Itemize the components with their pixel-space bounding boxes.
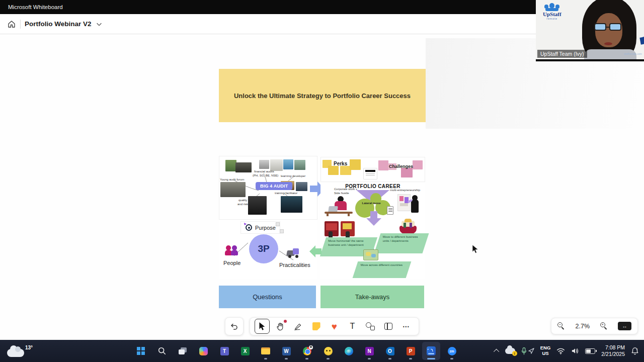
practicalities-label: Practicalities xyxy=(279,262,310,268)
zoom-toolbar: − 2.7% + ↔ xyxy=(551,318,638,334)
excel-button[interactable]: X xyxy=(236,342,254,360)
outlook-button[interactable]: O xyxy=(381,342,399,360)
chevron-down-icon[interactable] xyxy=(96,21,103,28)
perks-label: Perks xyxy=(334,161,347,166)
edge-button[interactable] xyxy=(340,342,358,360)
three-p-node[interactable]: 3P xyxy=(249,234,278,263)
note-tool-button[interactable] xyxy=(309,319,324,334)
running-indicator xyxy=(264,358,267,359)
title-note-text: Unlock the Ultimate Strategy to Portfoli… xyxy=(234,92,411,100)
zoom-in-button[interactable]: + xyxy=(600,322,608,330)
people-label: People xyxy=(223,260,240,266)
powerpoint-button[interactable]: P xyxy=(401,342,420,360)
yellow-emblem-app-button[interactable] xyxy=(319,342,337,360)
onenote-icon: N xyxy=(365,347,374,355)
zoom-out-button[interactable]: − xyxy=(557,322,565,330)
photo-thumbnail xyxy=(225,160,236,171)
home-button[interactable] xyxy=(4,17,19,32)
zoom-level[interactable]: 2.7% xyxy=(576,323,590,330)
sticky-note[interactable] xyxy=(401,168,413,177)
upstaff-logo: UpStaff remote xyxy=(543,3,561,20)
running-indicator xyxy=(409,358,412,359)
takeaways-label: Take-aways xyxy=(355,293,390,301)
board-title[interactable]: Portfolio Webinar V2 xyxy=(25,20,92,28)
glasses xyxy=(594,23,621,31)
corporate-label: Corporate work + xyxy=(334,188,357,192)
onenote-button[interactable]: N xyxy=(360,342,378,360)
search-button[interactable] xyxy=(153,342,171,360)
onedrive-button[interactable]: ! xyxy=(502,342,518,360)
notification-center-button[interactable]: z xyxy=(628,342,644,360)
board-illustration xyxy=(396,194,420,217)
text-tool-button[interactable]: T xyxy=(345,319,360,334)
sticky-note[interactable] xyxy=(378,160,388,170)
presenter-lips xyxy=(604,42,612,45)
zoom-app-button[interactable]: zm xyxy=(443,342,461,360)
microphone-icon xyxy=(521,347,527,355)
photo-thumbnail xyxy=(294,160,305,170)
whiteboard-app-button[interactable] xyxy=(422,342,440,360)
outlook-icon: O xyxy=(386,347,394,355)
photo-thumbnail xyxy=(296,182,307,191)
task-view-button[interactable] xyxy=(174,342,192,360)
move-right-shape[interactable]: Move to different business units / depar… xyxy=(374,233,429,253)
file-explorer-button[interactable] xyxy=(257,342,275,360)
purpose-chip[interactable]: Purpose xyxy=(240,221,280,234)
volume-indicator[interactable] xyxy=(568,342,582,360)
chrome-button[interactable] xyxy=(298,342,316,360)
undo-button[interactable] xyxy=(227,319,242,334)
task-view-icon xyxy=(179,347,187,355)
sticky-note[interactable] xyxy=(328,166,339,175)
mouse-cursor xyxy=(472,245,479,254)
chevron-up-icon xyxy=(494,349,499,354)
move-bottom-shape[interactable]: Move across different countries xyxy=(353,261,412,278)
wifi-indicator[interactable] xyxy=(553,342,568,360)
windows-taskbar: 13° T X W xyxy=(0,340,644,362)
branch-label: Young audit forum xyxy=(220,178,244,182)
weather-widget[interactable]: 13° xyxy=(7,343,42,359)
battery-indicator[interactable] xyxy=(582,342,598,360)
clock-widget[interactable]: 7:08 PM 2/21/2025 xyxy=(598,342,628,360)
language-switcher[interactable]: ENG US xyxy=(537,342,554,360)
more-options-button[interactable]: ⋯ xyxy=(399,319,414,334)
word-icon: W xyxy=(282,347,291,355)
tray-date: 2/21/2025 xyxy=(601,351,625,357)
target-icon xyxy=(245,224,253,231)
big4-audit-node[interactable]: BIG 4 AUDIT xyxy=(256,182,292,190)
excel-icon: X xyxy=(241,347,250,355)
ink-tool-button[interactable] xyxy=(291,319,306,334)
select-tool-button[interactable] xyxy=(255,319,270,334)
mini-ui-icon xyxy=(280,229,284,233)
questions-box[interactable]: Questions xyxy=(219,286,316,308)
shapes-tool-button[interactable] xyxy=(363,319,378,334)
heart-icon: ♥ xyxy=(332,322,337,331)
templates-tool-button[interactable] xyxy=(381,319,396,334)
webcam-overlay[interactable]: UpStaff remote staffremote.com UpStaff T… xyxy=(536,0,644,61)
pan-tool-button[interactable] xyxy=(273,319,288,334)
reaction-tool-button[interactable]: ♥ xyxy=(327,319,342,334)
running-indicator xyxy=(285,358,288,359)
system-tray: ! ENG US xyxy=(492,340,644,362)
zoom-app-icon: zm xyxy=(448,347,456,355)
edge-icon xyxy=(345,347,353,355)
title-sticky-note[interactable]: Unlock the Ultimate Strategy to Portfoli… xyxy=(219,69,426,122)
whiteboard-canvas[interactable]: Unlock the Ultimate Strategy to Portfoli… xyxy=(0,34,644,340)
start-button[interactable] xyxy=(132,342,150,360)
sticky-note[interactable] xyxy=(350,159,361,170)
wifi-icon xyxy=(556,347,565,354)
mic-location-indicator[interactable] xyxy=(518,342,537,360)
undo-icon xyxy=(230,322,238,331)
fit-to-screen-button[interactable]: ↔ xyxy=(618,322,631,330)
photo-thumbnail xyxy=(270,159,283,171)
copilot-button[interactable] xyxy=(194,342,212,360)
sticky-note[interactable] xyxy=(413,160,423,169)
teams-button[interactable]: T xyxy=(215,342,233,360)
tray-chevron-button[interactable] xyxy=(492,342,502,360)
word-button[interactable]: W xyxy=(277,342,295,360)
purpose-label: Purpose xyxy=(255,225,276,231)
mini-note xyxy=(363,168,377,179)
select-cursor-icon xyxy=(258,322,266,331)
sticky-note-icon xyxy=(312,322,320,330)
takeaways-box[interactable]: Take-aways xyxy=(320,286,424,308)
move-left-text: Move horizontal/ the same business unit … xyxy=(324,237,375,249)
